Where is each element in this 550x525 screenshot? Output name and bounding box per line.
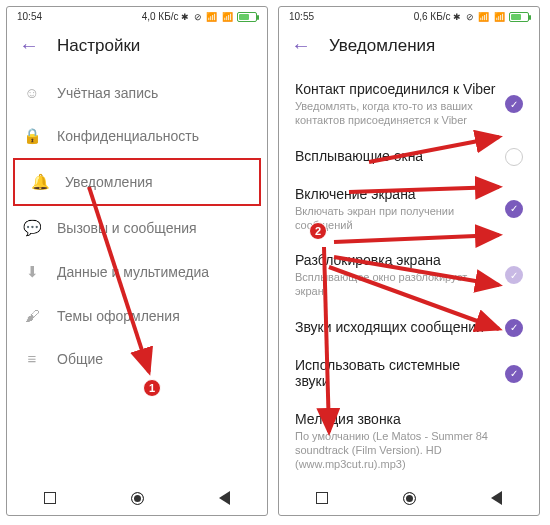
account-icon: ☺: [23, 84, 41, 101]
status-bar: 10:54 4,0 КБ/с ✱ ⊘ 📶 📶: [7, 7, 267, 24]
status-net: 0,6 КБ/с: [414, 11, 451, 22]
status-time: 10:55: [289, 11, 314, 22]
item-title: Всплывающие окна: [295, 148, 497, 164]
phone-left: 10:54 4,0 КБ/с ✱ ⊘ 📶 📶 ← Настройки ☺ Учё…: [6, 6, 268, 516]
phone-right: 10:55 0,6 КБ/с ✱ ⊘ 📶 📶 ← Уведомления Кон…: [278, 6, 540, 516]
nav-bar: [279, 481, 539, 515]
item-subtitle: Всплывающее окно разблокирует экран: [295, 270, 497, 299]
nav-recent-icon[interactable]: [44, 492, 56, 504]
nav-recent-icon[interactable]: [316, 492, 328, 504]
list-icon: ≡: [23, 350, 41, 367]
nav-home-icon[interactable]: [403, 492, 416, 505]
notif-item[interactable]: Разблокировка экранаВсплывающее окно раз…: [279, 242, 539, 309]
row-calls[interactable]: 💬 Вызовы и сообщения: [7, 206, 267, 250]
nav-bar: [7, 481, 267, 515]
back-icon[interactable]: ←: [291, 34, 311, 57]
row-label: Общие: [57, 351, 103, 367]
item-subtitle: По умолчанию (Le Matos - Summer 84 sound…: [295, 429, 515, 472]
row-label: Учётная запись: [57, 85, 158, 101]
row-general[interactable]: ≡ Общие: [7, 337, 267, 380]
notif-item[interactable]: Мелодия звонкаПо умолчанию (Le Matos - S…: [279, 401, 539, 481]
bell-icon: 🔔: [31, 173, 49, 191]
row-themes[interactable]: 🖌 Темы оформления: [7, 294, 267, 337]
row-media[interactable]: ⬇ Данные и мультимедиа: [7, 250, 267, 294]
status-time: 10:54: [17, 11, 42, 22]
row-label: Вызовы и сообщения: [57, 220, 197, 236]
header: ← Настройки: [7, 24, 267, 71]
status-net: 4,0 КБ/с: [142, 11, 179, 22]
toggle-check[interactable]: [505, 148, 523, 166]
notif-item[interactable]: Использовать системные звуки✓: [279, 347, 539, 401]
battery-icon: [237, 12, 257, 22]
row-label: Данные и мультимедиа: [57, 264, 209, 280]
toggle-check[interactable]: ✓: [505, 319, 523, 337]
notif-list: Контакт присоединился к ViberУведомлять,…: [279, 71, 539, 481]
nav-home-icon[interactable]: [131, 492, 144, 505]
row-account[interactable]: ☺ Учётная запись: [7, 71, 267, 114]
status-icons: ✱ ⊘ 📶 📶: [453, 12, 506, 22]
toggle-check[interactable]: ✓: [505, 365, 523, 383]
row-notifications[interactable]: 🔔 Уведомления: [13, 158, 261, 206]
item-title: Разблокировка экрана: [295, 252, 497, 268]
back-icon[interactable]: ←: [19, 34, 39, 57]
item-title: Включение экрана: [295, 186, 497, 202]
brush-icon: 🖌: [23, 307, 41, 324]
header: ← Уведомления: [279, 24, 539, 71]
lock-icon: 🔒: [23, 127, 41, 145]
status-bar: 10:55 0,6 КБ/с ✱ ⊘ 📶 📶: [279, 7, 539, 24]
chat-icon: 💬: [23, 219, 41, 237]
annotation-badge-2: 2: [309, 222, 327, 240]
item-subtitle: Уведомлять, когда кто-то из ваших контак…: [295, 99, 497, 128]
page-title: Настройки: [57, 36, 140, 56]
annotation-badge-1: 1: [143, 379, 161, 397]
row-privacy[interactable]: 🔒 Конфиденциальность: [7, 114, 267, 158]
row-label: Конфиденциальность: [57, 128, 199, 144]
nav-back-icon[interactable]: [491, 491, 502, 505]
download-icon: ⬇: [23, 263, 41, 281]
item-title: Использовать системные звуки: [295, 357, 497, 389]
item-title: Контакт присоединился к Viber: [295, 81, 497, 97]
item-title: Мелодия звонка: [295, 411, 515, 427]
toggle-check[interactable]: ✓: [505, 95, 523, 113]
battery-icon: [509, 12, 529, 22]
notif-item[interactable]: Всплывающие окна: [279, 138, 539, 176]
toggle-check[interactable]: ✓: [505, 200, 523, 218]
item-title: Звуки исходящих сообщений: [295, 319, 497, 335]
toggle-check[interactable]: ✓: [505, 266, 523, 284]
nav-back-icon[interactable]: [219, 491, 230, 505]
status-icons: ✱ ⊘ 📶 📶: [181, 12, 234, 22]
row-label: Уведомления: [65, 174, 153, 190]
notif-item[interactable]: Контакт присоединился к ViberУведомлять,…: [279, 71, 539, 138]
page-title: Уведомления: [329, 36, 435, 56]
settings-list: ☺ Учётная запись 🔒 Конфиденциальность 🔔 …: [7, 71, 267, 481]
row-label: Темы оформления: [57, 308, 180, 324]
notif-item[interactable]: Звуки исходящих сообщений✓: [279, 309, 539, 347]
